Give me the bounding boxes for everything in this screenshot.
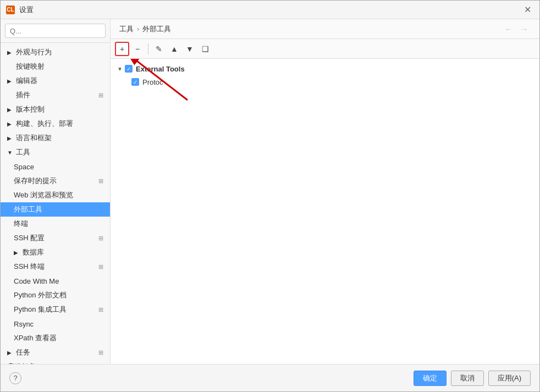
sidebar-item-tools[interactable]: ▼ 工具 xyxy=(1,145,110,159)
tree-item-label: Protoc xyxy=(142,78,163,86)
close-button[interactable]: ✕ xyxy=(521,3,534,16)
tree-item-protoc[interactable]: ✓ Protoc xyxy=(111,75,539,89)
ok-button[interactable]: 确定 xyxy=(414,371,447,386)
breadcrumb-separator: › xyxy=(137,25,139,33)
sidebar-item-label: 按键映射 xyxy=(16,62,45,71)
trailing-icon: ⊞ xyxy=(98,306,103,313)
sidebar-item-terminal[interactable]: 终端 xyxy=(1,217,110,231)
trailing-icon: ⊞ xyxy=(98,263,103,270)
expand-arrow: ▶ xyxy=(14,250,20,256)
trailing-icon: ⊞ xyxy=(98,235,103,242)
expand-arrow: ▶ xyxy=(7,121,14,127)
sidebar-item-label: 终端 xyxy=(14,219,28,229)
sidebar-item-label: Rsync xyxy=(14,320,34,328)
main-content: 工具 › 外部工具 ← → + − ✎ ▲ ▼ ❑ xyxy=(111,19,539,364)
sidebar-item-editor[interactable]: ▶ 编辑器 xyxy=(1,74,110,88)
cancel-button[interactable]: 取消 xyxy=(451,371,484,386)
copy-button[interactable]: ❑ xyxy=(198,42,212,56)
edit-button[interactable]: ✎ xyxy=(152,42,166,56)
remove-button[interactable]: − xyxy=(130,42,145,56)
sidebar-item-label: SSH 配置 xyxy=(14,233,45,243)
sidebar-item-label: Code With Me xyxy=(14,277,59,285)
tree-expand-arrow: ▼ xyxy=(117,66,125,72)
sidebar-item-label: SSH 终端 xyxy=(14,262,45,272)
nav-forward-button[interactable]: → xyxy=(517,23,531,36)
sidebar-item-label: 工具 xyxy=(16,147,30,157)
sidebar-item-label: 启动任务 xyxy=(7,362,36,364)
sidebar-item-label: 语言和框架 xyxy=(16,133,52,143)
expand-arrow: ▶ xyxy=(7,107,14,113)
trailing-icon: ⊞ xyxy=(98,349,103,356)
sidebar-item-vcs[interactable]: ▶ 版本控制 xyxy=(1,102,110,117)
tree-item-label: External Tools xyxy=(136,65,185,73)
breadcrumb-bar: 工具 › 外部工具 ← → xyxy=(111,19,539,39)
sidebar-item-ssh-config[interactable]: SSH 配置 ⊞ xyxy=(1,231,110,245)
breadcrumb-nav: ← → xyxy=(502,23,531,36)
apply-button[interactable]: 应用(A) xyxy=(488,371,531,386)
sidebar-item-label: Python 外部文档 xyxy=(14,290,67,300)
sidebar-items: ▶ 外观与行为 按键映射 ▶ 编辑器 插件 ⊞ xyxy=(1,43,110,364)
breadcrumb-parent: 工具 xyxy=(119,24,134,34)
expand-arrow: ▶ xyxy=(7,78,14,84)
sidebar-item-label: 任务 xyxy=(16,347,30,357)
move-up-button[interactable]: ▲ xyxy=(167,42,181,56)
nav-back-button[interactable]: ← xyxy=(502,23,515,36)
sidebar-item-python-docs[interactable]: Python 外部文档 xyxy=(1,288,110,302)
sidebar-item-ssh-terminal[interactable]: SSH 终端 ⊞ xyxy=(1,260,110,274)
sidebar-item-lang[interactable]: ▶ 语言和框架 xyxy=(1,131,110,145)
trailing-icon: ⊞ xyxy=(98,178,103,185)
sidebar-item-label: 外部工具 xyxy=(14,205,42,214)
tree-area: ▼ ✓ External Tools ✓ Protoc xyxy=(111,59,539,364)
sidebar-item-keymap[interactable]: 按键映射 xyxy=(1,59,110,74)
sidebar-item-label: Space xyxy=(14,163,34,171)
title-bar-title: 设置 xyxy=(19,5,34,15)
sidebar-item-label: 构建、执行、部署 xyxy=(16,119,73,129)
sidebar-item-label: 外观与行为 xyxy=(16,47,52,57)
bottom-bar: ? 确定 取消 应用(A) xyxy=(1,364,539,391)
sidebar-item-xpath[interactable]: XPath 查看器 xyxy=(1,331,110,345)
sidebar-item-database[interactable]: ▶ 数据库 xyxy=(1,245,110,260)
sidebar-item-label: Python 集成工具 xyxy=(14,305,67,314)
app-icon: CL xyxy=(6,5,15,14)
settings-dialog: CL 设置 ✕ ▶ 外观与行为 按键映射 xyxy=(0,0,540,392)
sidebar-item-label: 保存时的提示 xyxy=(14,176,57,186)
sidebar-item-appearance[interactable]: ▶ 外观与行为 xyxy=(1,45,110,59)
sidebar-item-label: 插件 xyxy=(16,90,30,100)
trailing-icon: ⊞ xyxy=(98,363,103,365)
sidebar-item-build[interactable]: ▶ 构建、执行、部署 xyxy=(1,117,110,131)
sidebar-item-external-tools[interactable]: 外部工具 xyxy=(1,202,110,217)
toolbar-separator xyxy=(148,43,148,54)
tree-checkbox-external-tools[interactable]: ✓ xyxy=(125,65,133,73)
move-down-button[interactable]: ▼ xyxy=(183,42,197,56)
sidebar-item-space[interactable]: Space xyxy=(1,159,110,174)
sidebar: ▶ 外观与行为 按键映射 ▶ 编辑器 插件 ⊞ xyxy=(1,19,111,364)
add-button[interactable]: + xyxy=(115,42,129,56)
expand-arrow: ▶ xyxy=(7,350,14,356)
sidebar-item-label: 版本控制 xyxy=(16,104,45,114)
sidebar-item-python-integrated[interactable]: Python 集成工具 ⊞ xyxy=(1,302,110,317)
sidebar-item-web-browser[interactable]: Web 浏览器和预览 xyxy=(1,188,110,202)
sidebar-item-startup-tasks[interactable]: 启动任务 ⊞ xyxy=(1,360,110,364)
search-input[interactable] xyxy=(5,24,106,38)
sidebar-item-label: Web 浏览器和预览 xyxy=(14,190,73,200)
sidebar-item-rsync[interactable]: Rsync xyxy=(1,317,110,331)
expand-arrow: ▼ xyxy=(7,150,14,156)
trailing-icon: ⊞ xyxy=(98,92,103,99)
tree-checkbox-protoc[interactable]: ✓ xyxy=(131,78,139,86)
breadcrumb-current: 外部工具 xyxy=(142,24,171,34)
sidebar-item-label: XPath 查看器 xyxy=(14,333,57,343)
sidebar-item-save-on-save[interactable]: 保存时的提示 ⊞ xyxy=(1,174,110,188)
sidebar-item-tasks[interactable]: ▶ 任务 ⊞ xyxy=(1,345,110,360)
title-bar: CL 设置 ✕ xyxy=(1,1,539,19)
expand-arrow: ▶ xyxy=(7,135,14,141)
dialog-body: ▶ 外观与行为 按键映射 ▶ 编辑器 插件 ⊞ xyxy=(1,19,539,364)
search-box xyxy=(1,19,110,43)
sidebar-item-label: 数据库 xyxy=(23,247,44,257)
help-button[interactable]: ? xyxy=(9,372,21,384)
sidebar-item-code-with-me[interactable]: Code With Me xyxy=(1,274,110,288)
expand-arrow: ▶ xyxy=(7,49,14,56)
toolbar: + − ✎ ▲ ▼ ❑ xyxy=(111,39,539,59)
sidebar-item-label: 编辑器 xyxy=(16,76,37,86)
sidebar-item-plugins[interactable]: 插件 ⊞ xyxy=(1,88,110,102)
tree-item-external-tools[interactable]: ▼ ✓ External Tools xyxy=(111,62,539,75)
